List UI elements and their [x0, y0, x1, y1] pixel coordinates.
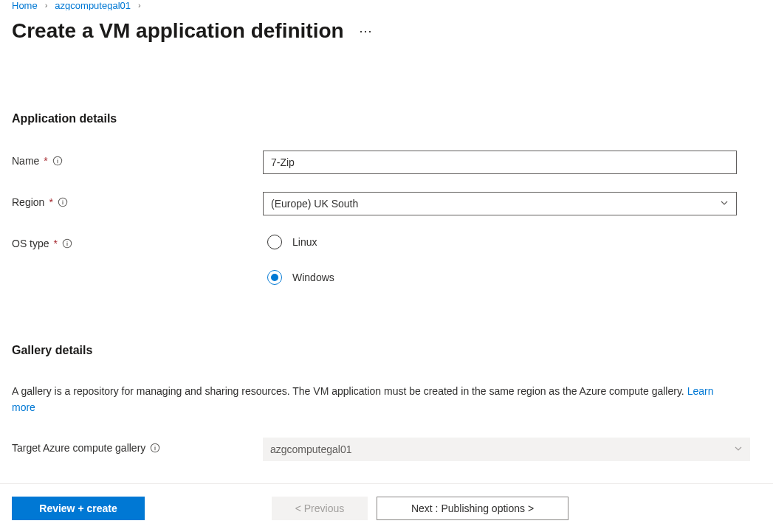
gallery-description: A gallery is a repository for managing a… — [12, 384, 735, 415]
page-title: Create a VM application definition — [12, 19, 344, 43]
section-gallery-details: Gallery details — [12, 344, 761, 357]
info-icon[interactable] — [58, 197, 68, 207]
next-button[interactable]: Next : Publishing options > — [377, 497, 568, 520]
previous-button: < Previous — [272, 497, 368, 520]
region-select[interactable]: (Europe) UK South — [263, 192, 737, 215]
target-gallery-value: azgcomputegal01 — [270, 443, 352, 455]
more-actions-button[interactable]: ⋯ — [359, 23, 373, 39]
svg-point-2 — [57, 159, 58, 159]
wizard-footer: Review + create < Previous Next : Publis… — [0, 483, 773, 532]
os-type-linux-radio[interactable]: Linux — [267, 235, 737, 249]
os-type-windows-radio[interactable]: Windows — [267, 270, 737, 285]
os-type-windows-label: Windows — [292, 272, 334, 283]
region-select-value: (Europe) UK South — [271, 198, 358, 210]
info-icon[interactable] — [150, 443, 160, 453]
svg-point-8 — [67, 241, 68, 242]
required-indicator: * — [44, 155, 47, 167]
svg-point-5 — [62, 200, 63, 201]
chevron-down-icon — [734, 443, 743, 455]
os-type-linux-label: Linux — [292, 236, 317, 248]
region-label: Region — [12, 196, 44, 208]
breadcrumb: Home › azgcomputegal01 › — [12, 0, 761, 10]
required-indicator: * — [49, 196, 52, 208]
os-type-label: OS type — [12, 238, 49, 249]
os-type-radio-group: Linux Windows — [263, 233, 737, 285]
section-application-details: Application details — [12, 112, 761, 125]
name-label: Name — [12, 155, 39, 167]
required-indicator: * — [54, 238, 58, 249]
info-icon[interactable] — [62, 238, 72, 249]
chevron-right-icon: › — [138, 1, 141, 10]
breadcrumb-gallery[interactable]: azgcomputegal01 — [55, 0, 131, 10]
review-create-button[interactable]: Review + create — [12, 497, 145, 520]
chevron-down-icon — [720, 198, 729, 210]
chevron-right-icon: › — [45, 1, 48, 10]
gallery-description-text: A gallery is a repository for managing a… — [12, 385, 687, 397]
name-input[interactable] — [263, 151, 737, 174]
svg-point-11 — [155, 446, 156, 446]
target-gallery-select: azgcomputegal01 — [263, 438, 750, 461]
info-icon[interactable] — [52, 156, 63, 166]
radio-unchecked-icon — [267, 235, 282, 249]
breadcrumb-home[interactable]: Home — [12, 0, 38, 10]
target-gallery-label: Target Azure compute gallery — [12, 442, 145, 454]
radio-checked-icon — [267, 270, 282, 285]
